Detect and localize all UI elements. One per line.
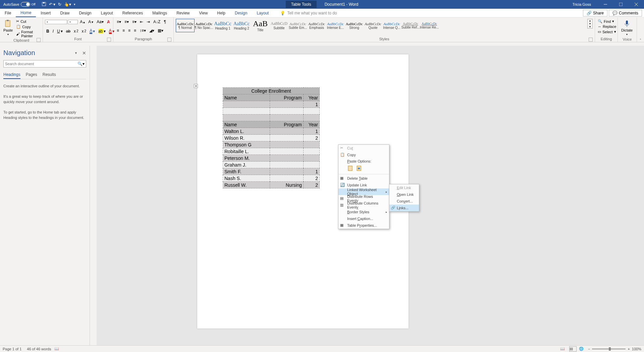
paste-button[interactable]: Paste ▾	[2, 19, 14, 37]
show-marks[interactable]: ¶	[162, 19, 167, 25]
comments-button[interactable]: 💬Comments	[609, 10, 642, 16]
ctx-insert-caption[interactable]: Insert Caption...	[338, 215, 389, 222]
format-painter-button[interactable]: 🖌Format Painter	[15, 30, 41, 38]
style-emphasis[interactable]: AaBbCcDcEmphasis	[307, 19, 326, 32]
clipboard-launcher[interactable]	[37, 38, 41, 42]
nav-search[interactable]: 🔍▾	[3, 60, 86, 68]
ctx-dist-cols[interactable]: ▥Distribute Columns Evenly	[338, 202, 389, 209]
save-icon[interactable]	[42, 2, 46, 7]
dec-indent[interactable]: ⇤	[139, 19, 145, 25]
tab-insert[interactable]: Insert	[36, 9, 55, 17]
tab-view[interactable]: View	[195, 9, 213, 17]
sub-convert[interactable]: Convert...	[389, 198, 419, 205]
ctx-linked-worksheet[interactable]: Linked Worksheet Object▸	[338, 188, 389, 195]
font-size-combo[interactable]	[68, 20, 78, 24]
search-input[interactable]	[5, 62, 77, 66]
dictate-button[interactable]: Dictate▾	[620, 19, 634, 37]
maximize-button[interactable]	[613, 0, 629, 9]
style-intenseq[interactable]: AaBbCcDcIntense Q...	[382, 19, 401, 32]
paste-keep-source-icon[interactable]	[347, 165, 354, 173]
highlight[interactable]: ab▾	[97, 28, 107, 34]
tab-table-layout[interactable]: Layout	[252, 9, 273, 17]
paste-picture-icon[interactable]	[356, 165, 363, 173]
bullets[interactable]: ≡▾	[115, 19, 122, 25]
tab-design[interactable]: Design	[74, 9, 96, 17]
ctx-delete-table[interactable]: ▦Delete Table	[338, 175, 389, 182]
sub-links[interactable]: 🔗Links...	[389, 205, 419, 211]
ctx-copy[interactable]: 📋Copy	[338, 151, 389, 158]
style-intensere[interactable]: AaBbCcDcIntense Re...	[420, 19, 439, 32]
superscript[interactable]: x2	[80, 28, 88, 34]
style-nospac[interactable]: AaBbCcDc¶ No Spac...	[195, 19, 213, 32]
style-heading1[interactable]: AaBbCcHeading 1	[213, 19, 232, 32]
strike[interactable]: ab	[65, 28, 72, 34]
redo-icon[interactable]: ↻	[58, 2, 61, 7]
change-case[interactable]: Aa▾	[95, 19, 105, 25]
grow-font[interactable]: A▴	[78, 19, 86, 25]
zoom-slider[interactable]	[592, 349, 626, 349]
tab-home[interactable]: Home	[16, 9, 36, 17]
nav-close-icon[interactable]: ✕	[82, 50, 86, 56]
zoom-out[interactable]: −	[588, 347, 590, 351]
italic[interactable]: I	[51, 28, 55, 34]
align-center[interactable]: ≡	[121, 28, 126, 34]
tab-file[interactable]: File	[0, 9, 16, 17]
nav-dropdown-icon[interactable]: ▼	[74, 51, 77, 55]
document-canvas[interactable]: ✥ College Enrollment Name Program Year 1…	[97, 46, 644, 345]
tab-layout[interactable]: Layout	[96, 9, 118, 17]
styles-gallery[interactable]: AaBbCcDc¶ NormalAaBbCcDc¶ No Spac...AaBb…	[176, 19, 586, 32]
share-button[interactable]: 🔗Share	[583, 10, 607, 16]
tab-table-design[interactable]: Design	[230, 9, 252, 17]
style-normal[interactable]: AaBbCcDc¶ Normal	[176, 19, 195, 32]
align-left[interactable]: ≡	[115, 28, 120, 34]
qat-customize-icon[interactable]: ▾	[74, 3, 75, 6]
tab-draw[interactable]: Draw	[55, 9, 74, 17]
ctx-border-styles[interactable]: Border Styles▸	[338, 209, 389, 215]
table-move-handle[interactable]: ✥	[194, 84, 198, 88]
view-read[interactable]: 📖	[560, 346, 567, 352]
search-icon[interactable]: 🔍▾	[77, 61, 85, 66]
view-web[interactable]: 🌐	[579, 346, 586, 352]
font-name-combo[interactable]	[45, 20, 67, 24]
nav-tab-headings[interactable]: Headings	[3, 71, 20, 79]
close-button[interactable]	[629, 0, 644, 9]
justify[interactable]: ≡	[132, 28, 138, 34]
styles-more[interactable]: ▴▾▾	[587, 19, 593, 29]
ctx-cut[interactable]: ✂Cut	[338, 145, 389, 151]
font-color[interactable]: A▾	[88, 28, 96, 35]
numbering[interactable]: ≡▾	[123, 19, 130, 25]
style-heading2[interactable]: AaBbCcHeading 2	[232, 19, 251, 32]
replace-button[interactable]: ↔Replace	[597, 24, 617, 29]
style-subtleref[interactable]: AaBbCcDcSubtle Ref...	[401, 19, 420, 32]
style-subtleem[interactable]: AaBbCcDcSubtle Em...	[288, 19, 307, 32]
nav-tab-results[interactable]: Results	[43, 71, 56, 79]
sub-edit-link[interactable]: Edit Link	[389, 184, 419, 191]
proofing-icon[interactable]: 📖	[54, 347, 59, 351]
styles-launcher[interactable]	[589, 38, 593, 42]
paragraph-launcher[interactable]	[167, 38, 171, 42]
find-button[interactable]: 🔍Find▾	[597, 19, 617, 24]
style-quote[interactable]: AaBbCcDcQuote	[364, 19, 382, 32]
status-page[interactable]: Page 1 of 1	[3, 347, 21, 351]
cut-button[interactable]: ✂Cut	[15, 19, 41, 24]
undo-icon[interactable]: ↶ ▾	[49, 2, 55, 7]
tab-references[interactable]: References	[118, 9, 148, 17]
style-subtitle[interactable]: AaBbCcDSubtitle	[270, 19, 288, 32]
tell-me[interactable]: 💡 Tell me what you want to do	[280, 11, 337, 15]
collapse-ribbon-icon[interactable]: ˄	[640, 38, 641, 42]
touch-mode-icon[interactable]: 👆▾	[64, 2, 71, 7]
tab-mailings[interactable]: Mailings	[148, 9, 172, 17]
copy-button[interactable]: 📋Copy	[15, 24, 41, 29]
shrink-font[interactable]: A▾	[87, 19, 95, 25]
user-name[interactable]: Tricia Goss	[573, 2, 591, 6]
zoom-level[interactable]: 100%	[632, 347, 641, 351]
tab-help[interactable]: Help	[212, 9, 230, 17]
sub-open-link[interactable]: Open Link	[389, 191, 419, 198]
ctx-dist-rows[interactable]: ▤Distribute Rows Evenly	[338, 195, 389, 202]
font-launcher[interactable]	[107, 38, 111, 42]
style-strong[interactable]: AaBbCcDcStrong	[345, 19, 364, 32]
nav-tab-pages[interactable]: Pages	[26, 71, 37, 79]
word-table[interactable]: College Enrollment Name Program Year 1 N…	[223, 87, 320, 188]
select-button[interactable]: ▭Select▾	[597, 29, 617, 34]
borders[interactable]: ▦▾	[156, 28, 165, 34]
